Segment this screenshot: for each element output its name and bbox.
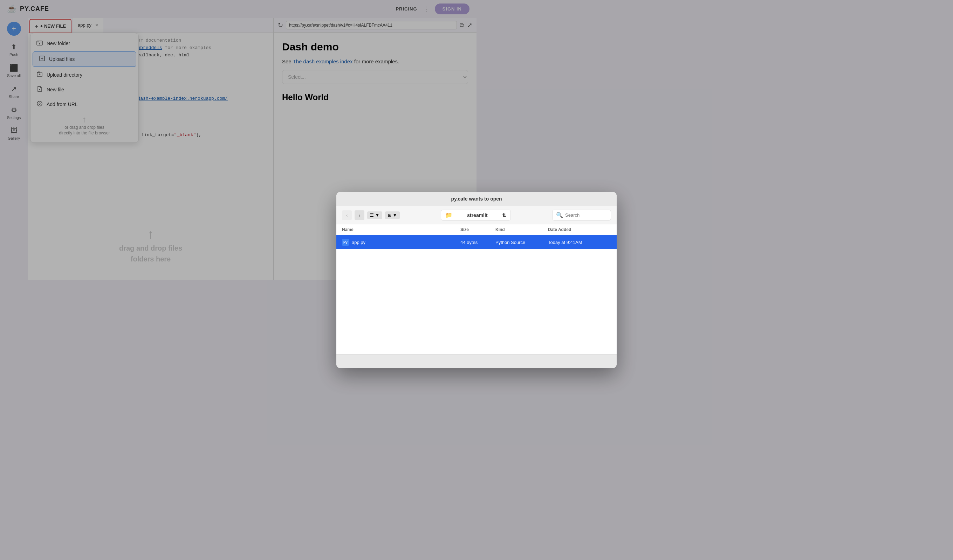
list-view-button[interactable]: ☰▼ bbox=[367, 211, 382, 219]
folder-selector: 📁 streamlit ⇅ bbox=[403, 210, 476, 221]
folder-name: streamlit bbox=[467, 212, 476, 218]
dialog-titlebar: py.cafe wants to open bbox=[336, 192, 476, 206]
dialog-empty-area bbox=[336, 249, 476, 280]
folder-icon: 📁 bbox=[445, 212, 452, 218]
file-dialog: py.cafe wants to open ‹ › ☰▼ ⊞▼ 📁 stream… bbox=[336, 192, 476, 280]
folder-pill[interactable]: 📁 streamlit ⇅ bbox=[441, 210, 476, 221]
table-row[interactable]: Py app.py 44 bytes Python Source Today a… bbox=[336, 235, 476, 249]
grid-view-button[interactable]: ⊞▼ bbox=[385, 211, 400, 219]
file-table: Name Size Kind Date Added Py app.py 44 b… bbox=[336, 224, 476, 249]
file-table-header: Name Size Kind Date Added bbox=[336, 224, 476, 235]
file-name-text: app.py bbox=[352, 240, 365, 245]
back-button[interactable]: ‹ bbox=[342, 210, 352, 220]
col-size: Size bbox=[460, 227, 476, 232]
file-dialog-overlay: py.cafe wants to open ‹ › ☰▼ ⊞▼ 📁 stream… bbox=[0, 0, 476, 280]
py-file-icon: Py bbox=[342, 239, 349, 246]
file-size: 44 bytes bbox=[460, 240, 476, 245]
col-name: Name bbox=[342, 227, 460, 232]
file-name-cell: Py app.py bbox=[342, 239, 460, 246]
forward-button[interactable]: › bbox=[355, 210, 365, 220]
dialog-toolbar: ‹ › ☰▼ ⊞▼ 📁 streamlit ⇅ 🔍 bbox=[336, 206, 476, 224]
